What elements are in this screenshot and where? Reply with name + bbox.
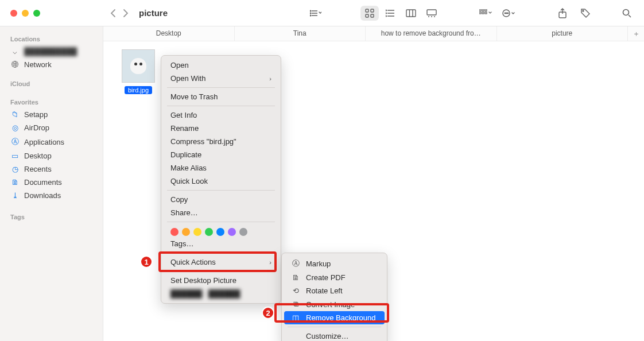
- svg-rect-11: [427, 10, 436, 15]
- search-button[interactable]: [618, 6, 636, 21]
- menu-set-desktop-picture[interactable]: Set Desktop Picture: [161, 274, 281, 287]
- svg-point-2: [310, 15, 311, 16]
- menu-tag-colors[interactable]: [161, 224, 281, 237]
- gallery-view-button[interactable]: [422, 6, 441, 21]
- sidebar-item-recents[interactable]: ◷Recents: [0, 162, 103, 176]
- menu-compress[interactable]: Compress "bird.jpg": [161, 135, 281, 148]
- path-tab[interactable]: Desktop: [103, 26, 235, 41]
- arrange-button[interactable]: [476, 6, 495, 21]
- doc-icon: 🗎: [10, 178, 20, 187]
- menu-make-alias[interactable]: Make Alias: [161, 161, 281, 175]
- path-tab[interactable]: picture: [497, 26, 629, 41]
- submenu-create-pdf[interactable]: 🗎Create PDF: [282, 271, 387, 284]
- desktop-icon: ▭: [10, 152, 20, 160]
- column-view-button[interactable]: [402, 6, 420, 21]
- sidebar-item-downloads[interactable]: ⤓Downloads: [0, 189, 103, 202]
- submenu-customize[interactable]: Customize…: [282, 330, 387, 341]
- traffic-lights: [0, 10, 103, 17]
- markup-icon: Ⓐ: [291, 258, 300, 269]
- sidebar-item-desktop[interactable]: ▭Desktop: [0, 149, 103, 162]
- sidebar-item-network[interactable]: 🌐︎Network: [0, 58, 103, 71]
- file-item[interactable]: bird.jpg: [122, 49, 155, 94]
- svg-point-7: [386, 10, 386, 11]
- titlebar: picture: [0, 0, 644, 26]
- svg-point-8: [386, 13, 386, 14]
- callout-badge-1: 1: [140, 255, 153, 268]
- maximize-window-button[interactable]: [33, 10, 40, 17]
- minimize-window-button[interactable]: [22, 10, 29, 17]
- svg-point-20: [506, 13, 507, 13]
- convert-icon: ⧉: [291, 300, 300, 309]
- menu-open[interactable]: Open: [161, 59, 281, 72]
- path-tab[interactable]: Tina: [235, 26, 366, 41]
- svg-rect-6: [371, 14, 374, 17]
- tags-button[interactable]: [576, 6, 595, 21]
- sidebar-heading-favorites: Favorites: [0, 95, 103, 108]
- chevron-right-icon: ›: [269, 75, 271, 82]
- callout-badge-2: 2: [262, 307, 274, 319]
- menu-tags[interactable]: Tags…: [161, 237, 281, 250]
- remove-bg-icon: ◫: [291, 313, 300, 322]
- download-icon: ⤓: [10, 191, 20, 200]
- back-button[interactable]: [110, 9, 116, 18]
- forward-button[interactable]: [123, 9, 129, 18]
- svg-point-23: [583, 10, 584, 11]
- action-menu-button[interactable]: [499, 6, 518, 21]
- chevron-right-icon: ›: [269, 259, 271, 266]
- svg-rect-16: [482, 12, 484, 14]
- menu-blurred-item[interactable]: ██████ · ██████: [161, 287, 281, 300]
- path-tab[interactable]: how to remove background fro…: [366, 26, 497, 41]
- clock-icon: ◷: [10, 165, 20, 173]
- sidebar-heading-icloud: iCloud: [0, 77, 103, 90]
- add-tab-button[interactable]: ＋: [628, 26, 644, 41]
- menu-share[interactable]: Share…: [161, 206, 281, 219]
- svg-point-24: [623, 9, 629, 15]
- svg-rect-13: [482, 9, 484, 11]
- menu-move-to-trash[interactable]: Move to Trash: [161, 90, 281, 103]
- svg-point-0: [310, 10, 311, 11]
- submenu-markup[interactable]: ⒶMarkup: [282, 256, 387, 271]
- sidebar-item-applications[interactable]: ⒶApplications: [0, 134, 103, 149]
- sidebar-heading-tags: Tags: [0, 210, 103, 223]
- svg-point-21: [507, 13, 508, 13]
- svg-rect-10: [406, 10, 416, 17]
- airdrop-icon: ◎: [10, 123, 20, 132]
- list-view-button[interactable]: [381, 6, 399, 21]
- sidebar-heading-locations: Locations: [0, 32, 103, 45]
- path-bar: Desktop Tina how to remove background fr…: [103, 26, 644, 41]
- submenu-convert-image[interactable]: ⧉Convert Image: [282, 297, 387, 311]
- menu-open-with[interactable]: Open With›: [161, 72, 281, 85]
- sidebar-item-airdrop[interactable]: ◎AirDrop: [0, 121, 103, 134]
- svg-rect-17: [485, 12, 487, 14]
- file-name-label: bird.jpg: [125, 86, 152, 94]
- disk-icon: ⌵: [10, 47, 20, 56]
- nav-arrows: [110, 9, 129, 18]
- submenu-rotate-left[interactable]: ⟲Rotate Left: [282, 284, 387, 297]
- menu-quick-look[interactable]: Quick Look: [161, 175, 281, 188]
- menu-get-info[interactable]: Get Info: [161, 108, 281, 122]
- menu-copy[interactable]: Copy: [161, 193, 281, 206]
- rotate-icon: ⟲: [291, 286, 300, 295]
- share-button[interactable]: [553, 6, 572, 21]
- group-by-button[interactable]: [307, 6, 325, 21]
- menu-quick-actions[interactable]: Quick Actions›: [161, 255, 281, 269]
- sidebar-item-setapp[interactable]: 📁︎Setapp: [0, 108, 103, 121]
- svg-point-1: [310, 13, 311, 14]
- svg-rect-12: [479, 9, 481, 11]
- file-thumbnail: [122, 49, 155, 83]
- svg-rect-14: [485, 9, 487, 11]
- svg-rect-15: [479, 12, 481, 14]
- submenu-remove-background[interactable]: ◫Remove Background: [284, 311, 385, 324]
- sidebar: Locations ⌵██████████ 🌐︎Network iCloud F…: [0, 26, 103, 341]
- sidebar-item-documents[interactable]: 🗎Documents: [0, 176, 103, 189]
- svg-rect-5: [366, 14, 368, 17]
- toolbar: picture: [103, 6, 644, 21]
- menu-rename[interactable]: Rename: [161, 122, 281, 135]
- sidebar-item-disk[interactable]: ⌵██████████: [0, 45, 103, 58]
- svg-point-19: [505, 13, 505, 13]
- folder-icon: 📁︎: [10, 110, 20, 119]
- close-window-button[interactable]: [10, 10, 17, 17]
- icon-view-button[interactable]: [360, 6, 379, 21]
- menu-duplicate[interactable]: Duplicate: [161, 148, 281, 161]
- view-mode-group: [360, 6, 441, 21]
